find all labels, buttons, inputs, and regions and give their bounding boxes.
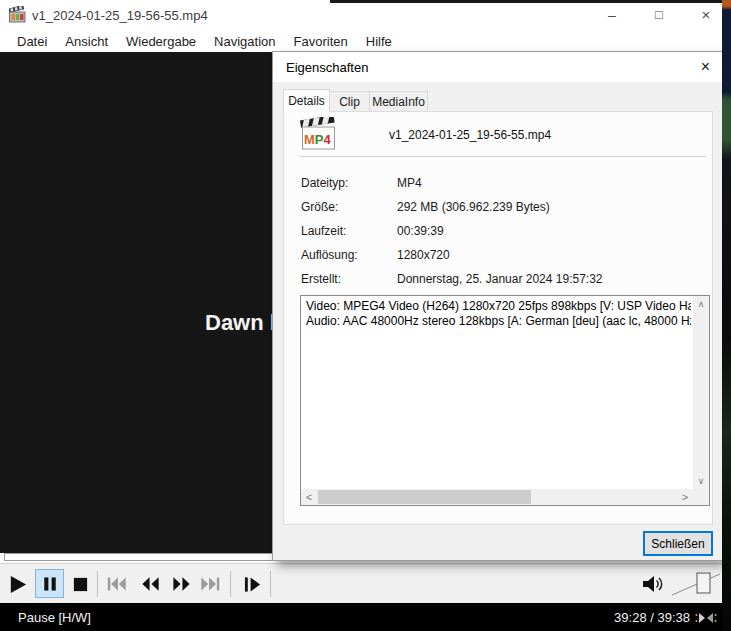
volume-slider[interactable] <box>670 570 722 598</box>
skip-backward-button[interactable] <box>105 572 129 596</box>
dialog-title: Eigenschaften <box>286 60 368 75</box>
play-button[interactable] <box>5 572 29 596</box>
frame-step-icon <box>243 576 262 593</box>
tab-clip[interactable]: Clip <box>330 91 370 112</box>
toolbar-separator <box>97 571 98 597</box>
playback-time-text: 39:28 / 39:38 <box>614 610 690 625</box>
media-info-textbox[interactable]: Video: MPEG4 Video (H264) 1280x720 25fps… <box>300 295 710 506</box>
pause-button[interactable] <box>35 569 64 598</box>
mpc-player-window: v1_2024-01-25_19-56-55.mp4 – □ × Datei A… <box>0 0 731 631</box>
scroll-right-icon[interactable]: > <box>677 489 693 505</box>
toolbar-separator <box>270 571 271 597</box>
video-caption-text: Dawn b <box>205 310 283 336</box>
playback-state-text: Pause [H/W] <box>18 610 91 625</box>
field-value: 1280x720 <box>397 248 450 262</box>
close-window-button[interactable]: × <box>690 0 722 30</box>
schliessen-button[interactable]: Schließen <box>643 531 713 556</box>
field-label: Laufzeit: <box>301 224 346 238</box>
field-row-laufzeit: Laufzeit: 00:39:39 <box>284 224 712 238</box>
tab-mediainfo[interactable]: MediaInfo <box>370 91 428 112</box>
scroll-up-icon[interactable]: ∧ <box>693 296 709 312</box>
svg-text:MP4: MP4 <box>304 132 332 147</box>
window-title: v1_2024-01-25_19-56-55.mp4 <box>32 8 208 23</box>
status-bar: Pause [H/W] 39:28 / 39:38 <box>0 603 722 631</box>
menu-datei[interactable]: Datei <box>8 32 56 51</box>
divider-line <box>300 156 706 157</box>
speaker-icon <box>640 571 666 597</box>
frame-step-button[interactable] <box>240 572 264 596</box>
top-screen-edge <box>330 0 722 3</box>
dialog-file-name: v1_2024-01-25_19-56-55.mp4 <box>389 128 551 142</box>
toolbar-separator <box>230 571 231 597</box>
skip-backward-icon <box>106 576 128 592</box>
media-info-line-video: Video: MPEG4 Video (H264) 1280x720 25fps… <box>306 299 691 314</box>
fast-forward-icon <box>171 576 192 592</box>
menu-ansicht[interactable]: Ansicht <box>56 32 117 51</box>
field-row-dateityp: Dateityp: MP4 <box>284 176 712 190</box>
app-clapperboard-icon <box>9 6 26 23</box>
menu-favoriten[interactable]: Favoriten <box>285 32 357 51</box>
field-row-erstellt: Erstellt: Donnerstag, 25. Januar 2024 19… <box>284 272 712 286</box>
tab-details[interactable]: Details <box>283 89 330 112</box>
field-row-aufloesung: Auflösung: 1280x720 <box>284 248 712 262</box>
field-label: Auflösung: <box>301 248 358 262</box>
scroll-left-icon[interactable]: < <box>301 489 317 505</box>
field-value: 292 MB (306.962.239 Bytes) <box>397 200 550 214</box>
volume-slider-thumb <box>697 573 710 593</box>
mute-button[interactable] <box>640 571 666 597</box>
stop-button[interactable] <box>68 572 92 596</box>
field-label: Dateityp: <box>301 176 348 190</box>
field-value: MP4 <box>397 176 422 190</box>
field-label: Größe: <box>301 200 338 214</box>
rewind-button[interactable] <box>138 572 162 596</box>
window-titlebar[interactable]: v1_2024-01-25_19-56-55.mp4 – □ × <box>0 0 722 30</box>
stop-icon <box>72 576 89 593</box>
vertical-scrollbar[interactable]: ∧ ∨ <box>693 296 709 489</box>
field-row-groesse: Größe: 292 MB (306.962.239 Bytes) <box>284 200 712 214</box>
pause-icon <box>41 575 59 593</box>
details-tab-page: MP4 v1_2024-01-25_19-56-55.mp4 Dateityp:… <box>283 111 713 525</box>
properties-dialog: Eigenschaften × Details Clip MediaInfo M… <box>273 52 722 560</box>
player-controls-toolbar <box>0 563 722 603</box>
dialog-close-icon[interactable]: × <box>701 58 710 76</box>
rewind-icon <box>140 576 161 592</box>
menu-wiedergabe[interactable]: Wiedergabe <box>117 32 205 51</box>
menu-navigation[interactable]: Navigation <box>205 32 284 51</box>
play-icon <box>7 574 28 595</box>
menubar: Datei Ansicht Wiedergabe Navigation Favo… <box>0 30 722 52</box>
maximize-button[interactable]: □ <box>643 0 675 30</box>
media-info-line-audio: Audio: AAC 48000Hz stereo 128kbps [A: Ge… <box>306 314 691 329</box>
scrollbar-corner <box>693 489 709 505</box>
fast-forward-button[interactable] <box>169 572 193 596</box>
field-label: Erstellt: <box>301 272 341 286</box>
media-info-text: Video: MPEG4 Video (H264) 1280x720 25fps… <box>306 299 691 487</box>
skip-forward-button[interactable] <box>198 572 222 596</box>
menu-hilfe[interactable]: Hilfe <box>357 32 401 51</box>
field-value: Donnerstag, 25. Januar 2024 19:57:32 <box>397 272 603 286</box>
mp4-clapperboard-icon: MP4 <box>300 117 338 151</box>
horizontal-scrollbar[interactable]: < > <box>301 489 693 505</box>
horizontal-scrollbar-thumb[interactable] <box>318 490 531 504</box>
audio-channels-icon <box>695 611 717 625</box>
skip-forward-icon <box>199 576 221 592</box>
desktop-wallpaper-strip <box>722 0 731 631</box>
minimize-button[interactable]: – <box>596 0 628 30</box>
dialog-titlebar[interactable]: Eigenschaften × <box>273 52 722 82</box>
field-value: 00:39:39 <box>397 224 444 238</box>
scroll-down-icon[interactable]: ∨ <box>693 473 709 489</box>
